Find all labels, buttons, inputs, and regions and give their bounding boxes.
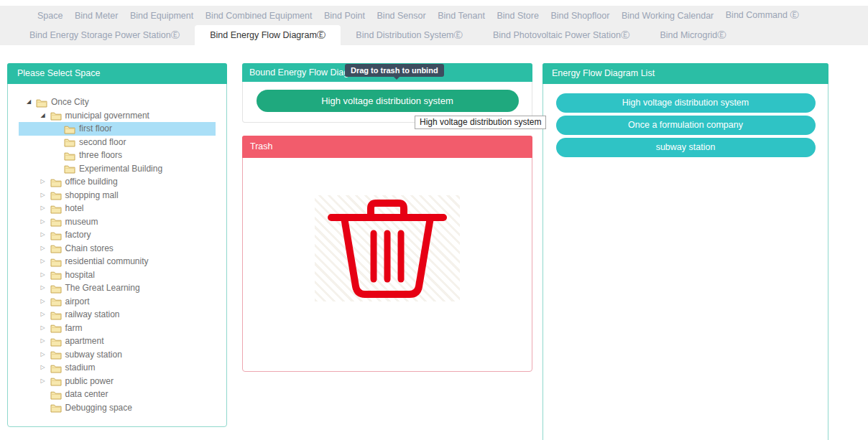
- tree-item[interactable]: railway station: [19, 308, 216, 322]
- tree-toggle-icon[interactable]: [41, 113, 50, 118]
- folder-icon: [50, 177, 62, 187]
- tree-item[interactable]: data center: [19, 388, 216, 401]
- tree-item[interactable]: hospital: [19, 268, 216, 282]
- tree-item-label: hotel: [65, 203, 84, 213]
- tree-toggle-icon[interactable]: [41, 245, 50, 251]
- tree-item-label: three floors: [79, 150, 122, 160]
- tree-item[interactable]: public power: [19, 375, 216, 388]
- tree-item-label: residential community: [65, 256, 149, 266]
- folder-icon: [50, 376, 62, 385]
- tree-toggle-icon[interactable]: [41, 365, 50, 370]
- folder-icon: [50, 204, 62, 213]
- tree-toggle-icon[interactable]: [41, 272, 50, 278]
- nav-tab[interactable]: Bind Store: [497, 11, 538, 21]
- tree-item[interactable]: office building: [19, 175, 216, 189]
- tree-item-label: Debugging space: [65, 403, 132, 413]
- tree-item[interactable]: hotel: [19, 202, 216, 215]
- nav-tab[interactable]: Space: [37, 11, 63, 21]
- tree-toggle-icon[interactable]: [41, 285, 50, 291]
- diagram-list-pill[interactable]: subway station: [556, 138, 816, 157]
- tree-item[interactable]: factory: [19, 228, 216, 242]
- folder-icon: [50, 363, 62, 373]
- tree-item[interactable]: The Great Learning: [19, 281, 216, 295]
- tree-toggle-icon[interactable]: [41, 258, 50, 264]
- nav-tab[interactable]: Bind Shopfloor: [550, 11, 609, 21]
- tree-toggle-icon[interactable]: [41, 338, 50, 344]
- folder-icon: [50, 217, 62, 226]
- nav-tab[interactable]: Bind Equipment: [130, 11, 193, 21]
- tree-toggle-icon[interactable]: [27, 99, 36, 105]
- drag-hint-tooltip: Drag to trash to unbind: [345, 64, 444, 77]
- nav-tab[interactable]: Bind Tenant: [438, 11, 485, 21]
- tab-row-primary: Space Bind Meter Bind Equipment Bind Com…: [0, 6, 868, 25]
- diagram-list-pill[interactable]: Once a formulation company: [556, 116, 816, 135]
- tree-item[interactable]: municipal government: [19, 109, 216, 123]
- nav-tab[interactable]: Bind Sensor: [377, 11, 426, 21]
- tree-item[interactable]: subway station: [19, 348, 216, 362]
- tree-item[interactable]: three floors: [19, 149, 216, 162]
- tree-item[interactable]: residential community: [19, 255, 216, 268]
- tree-toggle-icon[interactable]: [41, 352, 50, 357]
- nav-tab[interactable]: Bind Command Ⓔ: [726, 9, 799, 22]
- nav-tab[interactable]: Bind Meter: [75, 11, 118, 21]
- tree-item[interactable]: Once City: [19, 95, 216, 109]
- tree-item[interactable]: apartment: [19, 334, 216, 348]
- tree-item-label: second floor: [79, 137, 126, 147]
- tree-item[interactable]: shopping mall: [19, 189, 216, 202]
- nav-tab[interactable]: Bind Combined Equipment: [206, 11, 313, 21]
- tree-item[interactable]: Chain stores: [19, 242, 216, 256]
- nav-subtab[interactable]: Bind MicrogridⒺ: [645, 25, 741, 45]
- tab-strip: Space Bind Meter Bind Equipment Bind Com…: [0, 6, 868, 45]
- bound-diagram-header: Bound Energy Flow Diagram Drag to trash …: [242, 63, 532, 82]
- app-window: Space Bind Meter Bind Equipment Bind Com…: [0, 0, 868, 440]
- tree-item[interactable]: Debugging space: [19, 401, 216, 415]
- tree-item-label: shopping mall: [65, 190, 119, 200]
- tree-toggle-icon[interactable]: [41, 312, 50, 317]
- tree-toggle-icon[interactable]: [41, 299, 50, 304]
- trash-icon: [319, 196, 456, 301]
- tree-item[interactable]: first floor: [19, 122, 216, 136]
- tree-item-label: hospital: [65, 270, 95, 280]
- tree-item[interactable]: farm: [19, 322, 216, 335]
- tree-toggle-icon[interactable]: [41, 232, 50, 238]
- tree-toggle-icon[interactable]: [41, 179, 50, 184]
- tree-toggle-icon[interactable]: [41, 325, 50, 331]
- trash-header: Trash: [242, 136, 532, 158]
- folder-icon: [50, 270, 62, 279]
- tree-toggle-icon[interactable]: [41, 192, 50, 198]
- tree-item[interactable]: airport: [19, 295, 216, 309]
- tree-item[interactable]: stadium: [19, 361, 216, 375]
- select-space-panel: Please Select Space Once City: [7, 63, 227, 427]
- tree-item-label: factory: [65, 230, 91, 240]
- nav-subtab[interactable]: Bind Energy Flow DiagramⒺ: [195, 25, 341, 45]
- folder-icon: [50, 257, 62, 266]
- bound-diagram-panel: Bound Energy Flow Diagram Drag to trash …: [242, 63, 532, 123]
- trash-drop-area: [315, 195, 460, 301]
- tree-item-label: airport: [65, 296, 90, 306]
- folder-icon: [64, 124, 75, 134]
- tree-item-label: public power: [65, 376, 114, 386]
- tree-item[interactable]: second floor: [19, 136, 216, 149]
- tree-toggle-icon[interactable]: [41, 219, 50, 225]
- nav-subtab[interactable]: Bind Distribution SystemⒺ: [341, 25, 478, 45]
- tree-item-label: stadium: [65, 362, 96, 373]
- tree-toggle-icon[interactable]: [41, 378, 50, 384]
- tree-item-label: apartment: [65, 336, 104, 346]
- folder-icon: [50, 296, 62, 306]
- folder-icon: [50, 310, 62, 319]
- tree-item[interactable]: museum: [19, 215, 216, 229]
- tree-item[interactable]: Experimental Building: [19, 162, 216, 176]
- tree-item-label: subway station: [65, 350, 122, 360]
- nav-tab[interactable]: Bind Working Calendar: [622, 11, 714, 21]
- trash-drop-zone[interactable]: [243, 158, 532, 301]
- folder-icon: [50, 111, 62, 120]
- tree-toggle-icon[interactable]: [41, 205, 50, 211]
- nav-subtab[interactable]: Bind Photovoltaic Power StationⒺ: [478, 25, 645, 45]
- tree-item-label: office building: [65, 177, 118, 187]
- diagram-list-pill[interactable]: High voltage distribution system: [556, 93, 816, 113]
- bound-diagram-pill[interactable]: High voltage distribution system: [257, 90, 519, 112]
- folder-icon: [50, 284, 62, 293]
- nav-subtab[interactable]: Bind Energy Storage Power StationⒺ: [14, 25, 195, 45]
- nav-tab[interactable]: Bind Point: [324, 11, 365, 21]
- folder-icon: [50, 230, 62, 240]
